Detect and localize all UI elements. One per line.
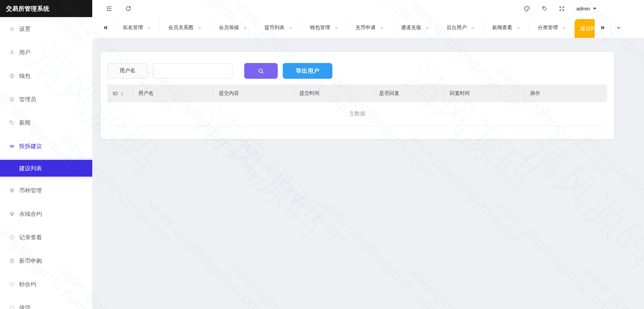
search-toolbar: 用户名 导出用户 — [107, 63, 607, 79]
tab-close-icon[interactable]: × — [198, 25, 201, 30]
user-menu[interactable]: admin — [576, 6, 596, 11]
tab-item[interactable]: 分类管理× — [529, 17, 575, 38]
tab-item-active[interactable]: 建议列表 — [575, 19, 595, 38]
sidebar-item-label: 管理员 — [19, 96, 36, 103]
tab-item[interactable]: 后台用户× — [437, 17, 483, 38]
tab-close-icon[interactable]: × — [426, 25, 429, 30]
tab-close-icon[interactable]: × — [289, 25, 292, 30]
tab-close-icon[interactable]: × — [562, 25, 566, 30]
sidebar-item-label: 用户 — [19, 49, 31, 56]
tab-label: 实名管理 — [123, 24, 143, 31]
sidebar-item-label: 记录查看 — [19, 234, 42, 241]
dollar-circle-icon — [9, 73, 15, 79]
header-right-tools: admin — [524, 5, 596, 12]
sidebar-subitem-建议列表[interactable]: 建议列表 — [0, 160, 92, 177]
tab-item[interactable]: 会员关系图× — [159, 17, 210, 38]
sidebar-item-label: 新闻 — [19, 119, 31, 127]
tab-label: 会员关系图 — [168, 24, 194, 31]
tab-close-icon[interactable]: × — [335, 25, 338, 30]
tab-item[interactable]: 会员等级× — [210, 17, 256, 38]
sidebar-item-新闻[interactable]: 新闻 — [0, 111, 92, 134]
gem-icon — [9, 211, 15, 217]
tab-label: 新闻查看 — [492, 24, 512, 31]
sidebar-item-永续合约[interactable]: 永续合约 — [0, 202, 92, 226]
top-header: 交易所管理系统 admin — [0, 0, 644, 17]
column-header-用户名: 用户名 — [133, 84, 213, 102]
link-icon — [9, 143, 15, 149]
tabs-scroll-left-button[interactable]: « — [98, 17, 114, 38]
main-content: 用户名 导出用户 ID用户名提交内容提交时间是否回复回复时间操作 无数据 — [92, 38, 644, 309]
collapse-menu-icon[interactable] — [106, 5, 112, 12]
tab-item[interactable]: 实名管理× — [114, 17, 159, 38]
column-label: ID — [113, 90, 118, 96]
sidebar-item-借贷[interactable]: 借贷 — [0, 296, 92, 309]
gear-icon — [9, 26, 15, 32]
tabs-scroll-right-button[interactable]: » — [595, 17, 611, 38]
refresh-icon[interactable] — [125, 5, 131, 12]
tab-item[interactable]: 充币申请× — [346, 17, 392, 38]
user-icon — [9, 50, 15, 55]
search-button[interactable] — [244, 63, 278, 79]
column-label: 提交时间 — [300, 90, 320, 96]
tab-label: 后台用户 — [446, 24, 467, 31]
exchange-admin-page: 交易所管理系统 admin « 实名管理×会员关系图×会员等级×提币列表×钱包管… — [0, 0, 644, 309]
tab-close-icon[interactable]: × — [244, 25, 247, 30]
sidebar-item-label: 投拆建议 — [19, 142, 42, 150]
tab-item[interactable]: 提币列表× — [255, 17, 301, 38]
dashed-clock-icon — [9, 235, 15, 240]
tab-close-icon[interactable]: × — [148, 25, 151, 30]
tab-label: 会员等级 — [219, 24, 239, 31]
tab-close-icon[interactable]: × — [471, 25, 474, 30]
column-label: 是否回复 — [379, 90, 399, 96]
search-icon — [257, 67, 265, 75]
submenu-wrapper: 建议列表 — [0, 158, 92, 179]
column-label: 回复时间 — [450, 90, 470, 96]
sidebar-item-label: 借贷 — [19, 304, 31, 309]
dashed-clock-icon — [9, 282, 15, 287]
chevron-down-icon — [616, 25, 622, 30]
tab-item[interactable]: 通道充值× — [392, 17, 438, 38]
sidebar-item-投拆建议[interactable]: 投拆建议 — [0, 134, 92, 158]
palette-icon[interactable] — [524, 5, 530, 12]
column-header-提交时间: 提交时间 — [294, 84, 374, 102]
sidebar-item-秒合约[interactable]: 秒合约 — [0, 272, 92, 296]
tabs-dropdown-button[interactable] — [611, 17, 626, 38]
app-title: 交易所管理系统 — [0, 0, 92, 17]
sort-icon[interactable] — [121, 92, 123, 96]
tab-item[interactable]: 钱包管理× — [301, 17, 346, 38]
tag-icon[interactable] — [542, 6, 547, 11]
sidebar-item-新币申购[interactable]: 新币申购 — [0, 249, 92, 272]
empty-state-text: 无数据 — [107, 102, 607, 126]
sidebar-item-设置[interactable]: 设置 — [0, 17, 92, 41]
tag-icon — [9, 120, 15, 126]
sidebar-item-用户[interactable]: 用户 — [0, 41, 92, 64]
export-users-button[interactable]: 导出用户 — [283, 63, 332, 79]
column-label: 操作 — [530, 90, 540, 96]
tab-close-icon[interactable]: × — [380, 25, 383, 30]
column-label: 用户名 — [139, 90, 154, 96]
tab-close-icon[interactable]: × — [517, 25, 520, 30]
suggestion-list-card: 用户名 导出用户 ID用户名提交内容提交时间是否回复回复时间操作 无数据 — [101, 52, 614, 139]
sidebar-item-记录查看[interactable]: 记录查看 — [0, 226, 92, 249]
sidebar-item-管理员[interactable]: 管理员 — [0, 87, 92, 111]
tab-label: 钱包管理 — [310, 24, 330, 31]
caret-down-icon — [593, 8, 596, 10]
sidebar-item-label: 秒合约 — [19, 281, 36, 288]
shield-check-icon — [9, 97, 15, 102]
column-header-提交内容: 提交内容 — [213, 84, 294, 102]
column-header-回复时间: 回复时间 — [444, 84, 525, 102]
dollar-circle-icon — [9, 258, 15, 264]
sidebar-item-币种管理[interactable]: 币种管理 — [0, 179, 92, 202]
sidebar-item-label: 永续合约 — [19, 210, 42, 218]
search-input[interactable] — [153, 63, 232, 78]
suggestions-table: ID用户名提交内容提交时间是否回复回复时间操作 无数据 — [107, 84, 607, 126]
column-header-ID[interactable]: ID — [107, 84, 133, 102]
fullscreen-icon[interactable] — [559, 6, 565, 12]
sidebar-item-label: 设置 — [19, 25, 31, 33]
header-left-tools — [106, 5, 131, 12]
dashed-clock-icon — [9, 305, 15, 309]
gem-icon — [9, 188, 15, 193]
sidebar-item-label: 币种管理 — [19, 187, 42, 194]
tab-item[interactable]: 新闻查看× — [483, 17, 529, 38]
sidebar-item-钱包[interactable]: 钱包 — [0, 64, 92, 87]
